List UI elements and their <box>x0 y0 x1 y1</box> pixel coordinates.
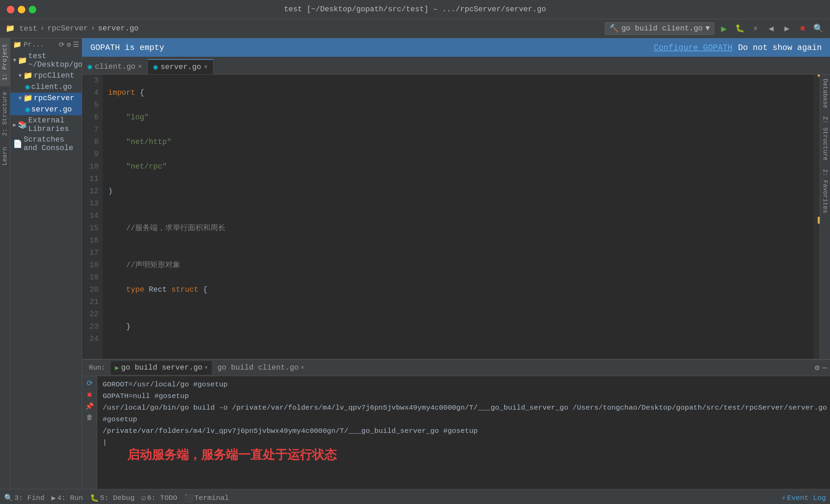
code-text[interactable]: import { "log" "net/http" "net/rpc" ) //… <box>103 75 814 359</box>
close-button[interactable] <box>7 6 14 13</box>
event-log-button[interactable]: ⚡ Event Log <box>781 494 826 502</box>
chevron-down-icon: ▼ <box>705 24 710 33</box>
coverage-button[interactable]: ⚡ <box>749 23 762 35</box>
bottom-panel-controls: ⚙ — <box>815 363 827 373</box>
breadcrumb-sep1: › <box>40 24 44 33</box>
tree-label: client.go <box>31 83 72 91</box>
bottom-tab-bar: Run: ▶ go build server.go × go build cli… <box>82 360 830 376</box>
settings-icon[interactable]: ⚙ <box>815 363 819 373</box>
chinese-annotation: 启动服务端，服务端一直处于运行状态 <box>100 449 827 462</box>
output-line: GOROOT=/usr/local/go #gosetup <box>100 379 827 390</box>
tab-close-icon[interactable]: × <box>138 63 142 70</box>
title-bar: test [~/Desktop/gopath/src/test] – .../r… <box>0 0 830 19</box>
bottom-tab-client[interactable]: go build client.go × <box>213 361 308 375</box>
todo-toolbar-button[interactable]: ☑ 6: TODO <box>141 494 177 502</box>
sidebar-tab-favorites[interactable]: 2: Favorites <box>820 165 830 217</box>
stop-button[interactable]: ■ <box>796 23 809 35</box>
tab-clientgo[interactable]: ◉ client.go × <box>82 59 148 74</box>
breadcrumb-file[interactable]: server.go <box>98 24 139 33</box>
stop-icon[interactable]: ■ <box>87 391 92 399</box>
sidebar: 1: Project 2: Structure Learn 📁 Pr... ⟳ … <box>0 38 82 489</box>
debug-toolbar-button[interactable]: 🐛 5: Debug <box>90 494 135 502</box>
forward-button[interactable]: ▶ <box>781 23 793 35</box>
libs-icon: 📚 <box>18 120 27 130</box>
bottom-tab-label: go build server.go <box>121 363 203 372</box>
right-sidebar: Database Z: Structure 2: Favorites <box>820 75 830 359</box>
sidebar-tabs: 1: Project 2: Structure Learn <box>0 38 10 489</box>
output-line: /usr/local/go/bin/go build -o /private/v… <box>100 402 827 425</box>
breadcrumb: 📁 test › rpcServer › server.go <box>5 24 139 33</box>
bottom-toolbar: 🔍 3: Find ▶ 4: Run 🐛 5: Debug ☑ 6: TODO … <box>0 489 830 504</box>
build-label: go build client.go <box>621 24 703 33</box>
find-button[interactable]: 🔍 3: Find <box>4 494 44 502</box>
sidebar-tab-learn[interactable]: Learn <box>0 142 10 171</box>
terminal-toolbar-button[interactable]: ⬛ Terminal <box>184 494 229 502</box>
tab-close-icon[interactable]: × <box>204 64 208 70</box>
bottom-tab-server[interactable]: ▶ go build server.go × <box>111 361 212 375</box>
tab-close-icon[interactable]: × <box>301 365 304 371</box>
build-dropdown[interactable]: 🔨 go build client.go ▼ <box>605 22 714 35</box>
gear-icon[interactable]: ☰ <box>73 40 79 49</box>
tab-close-icon[interactable]: × <box>205 365 208 371</box>
run-toolbar-button[interactable]: ▶ 4: Run <box>51 494 83 502</box>
chevron-icon: ▼ <box>18 73 22 79</box>
sidebar-tab-database[interactable]: Database <box>820 75 830 112</box>
back-button[interactable]: ◀ <box>765 23 777 35</box>
tree-item-test[interactable]: ▼ 📁 test ~/Desktop/gopath <box>10 51 82 70</box>
run-label: Run: <box>85 361 109 375</box>
folder-icon: 📁 <box>23 71 33 80</box>
bottom-panel: Run: ▶ go build server.go × go build cli… <box>82 359 830 489</box>
tab-bar: ◉ client.go × ◉ server.go × <box>82 57 830 75</box>
tree-item-scratches[interactable]: 📄 Scratches and Console <box>10 134 82 154</box>
maximize-button[interactable] <box>29 6 36 13</box>
code-area: 3 4 5 6 7 8 9 10 11 12 13 14 15 16 17 18 <box>82 75 830 359</box>
go-file-icon: ◉ <box>153 63 158 72</box>
breadcrumb-project[interactable]: 📁 test <box>5 24 37 33</box>
minimap-yellow-marker <box>818 217 820 224</box>
output-line: /private/var/folders/m4/lv_qpv7j6pn5jvbw… <box>100 425 827 437</box>
tree-item-rpcServer[interactable]: ▼ 📁 rpcServer <box>10 93 82 104</box>
sidebar-tab-structure[interactable]: 2: Structure <box>0 86 10 142</box>
tab-label: client.go <box>95 63 135 71</box>
tree-item-clientgo[interactable]: ◉ client.go <box>10 81 82 93</box>
go-file-icon: ◉ <box>25 82 30 92</box>
notification-message: GOPATH is empty <box>90 43 648 52</box>
pin-icon[interactable]: 📌 <box>85 402 94 411</box>
breadcrumb-module[interactable]: rpcServer <box>47 24 88 33</box>
sidebar-tab-project[interactable]: 1: Project <box>0 38 10 86</box>
search-button[interactable]: 🔍 <box>812 23 825 35</box>
debug-button[interactable]: 🐛 <box>734 23 746 35</box>
sidebar-tab-z-structure[interactable]: Z: Structure <box>820 112 830 165</box>
tree-item-servergo[interactable]: ◉ server.go <box>10 104 82 115</box>
tree-item-rpcClient[interactable]: ▼ 📁 rpcClient <box>10 70 82 81</box>
cursor-line <box>100 437 827 449</box>
restart-icon[interactable]: ⟳ <box>87 379 93 388</box>
editor-content[interactable]: 3 4 5 6 7 8 9 10 11 12 13 14 15 16 17 18 <box>82 75 820 359</box>
configure-gopath-link[interactable]: Configure GOPATH <box>654 43 732 52</box>
minimize-button[interactable] <box>18 6 25 13</box>
settings-icon[interactable]: ⚙ <box>67 40 71 49</box>
line-numbers: 3 4 5 6 7 8 9 10 11 12 13 14 15 16 17 18 <box>82 75 103 359</box>
run-controls: ⟳ ■ 📌 🗑 <box>82 376 97 489</box>
trash-icon[interactable]: 🗑 <box>86 413 93 422</box>
tree-label: rpcClient <box>34 71 75 80</box>
tree-item-external-libs[interactable]: ▶ 📚 External Libraries <box>10 115 82 134</box>
tree-label: External Libraries <box>28 116 79 133</box>
toolbar: 📁 test › rpcServer › server.go 🔨 go buil… <box>0 19 830 38</box>
dismiss-notification-button[interactable]: Do not show again <box>738 43 822 52</box>
tree-label: test ~/Desktop/gopath <box>28 52 82 69</box>
main-layout: 1: Project 2: Structure Learn 📁 Pr... ⟳ … <box>0 38 830 489</box>
chevron-icon: ▼ <box>18 95 22 102</box>
folder-icon: 📁 <box>18 56 27 65</box>
tab-servergo[interactable]: ◉ server.go × <box>148 59 213 74</box>
run-button[interactable]: ▶ <box>718 23 730 35</box>
minimize-icon[interactable]: — <box>822 363 827 372</box>
sidebar-content: 📁 Pr... ⟳ ⚙ ☰ ▼ 📁 test ~/Desktop/gopath … <box>10 38 82 489</box>
chevron-icon: ▶ <box>13 121 16 128</box>
terminal-output[interactable]: GOROOT=/usr/local/go #gosetup GOPATH=nul… <box>97 376 830 489</box>
sync-icon[interactable]: ⟳ <box>59 40 65 49</box>
sidebar-title: Pr... <box>24 41 44 49</box>
run-prefix: Run: <box>89 364 105 372</box>
notification-bar: GOPATH is empty Configure GOPATH Do not … <box>82 38 830 57</box>
scratch-icon: 📄 <box>13 140 22 149</box>
